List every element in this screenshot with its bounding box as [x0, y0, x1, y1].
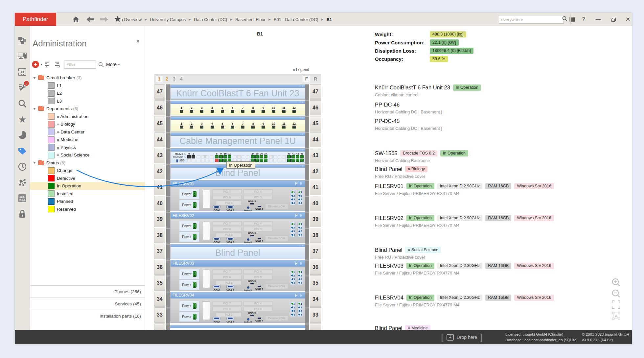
nic-port[interactable]: 2 — [298, 306, 302, 309]
patch-port[interactable]: 9 — [261, 106, 265, 113]
detail-item[interactable]: PP-DC-45Horizontal Cabling DC | Basement… — [375, 118, 572, 131]
lock-icon[interactable] — [15, 207, 30, 221]
patch-port[interactable]: 12 — [292, 106, 296, 113]
rack-view-tab-4[interactable]: 4 — [178, 76, 185, 82]
switch-port[interactable] — [187, 159, 191, 162]
patch-port[interactable]: 1 — [179, 122, 184, 129]
rack-view-tab-2[interactable]: 2 — [164, 76, 170, 82]
tree-item--physics[interactable]: » Physics — [30, 144, 145, 152]
pci-slot[interactable]: PCI 3 — [243, 195, 272, 200]
switch-port[interactable] — [233, 155, 237, 158]
pci-slot[interactable]: PCI 4 — [243, 189, 272, 194]
switch-port[interactable] — [237, 155, 241, 158]
rack-unit-FILESRV03[interactable]: FILESRV03FRPowerPowerPCI 7PCI 4PCI 6PCI … — [170, 260, 305, 291]
tree-item-planned[interactable]: Planned — [30, 198, 145, 205]
topology-icon[interactable] — [15, 33, 30, 48]
pci-slot[interactable]: PCI 7 — [213, 189, 242, 194]
rack-unit-ghost[interactable]: F RBlind Panel — [170, 244, 305, 259]
switch-port[interactable] — [278, 159, 281, 162]
history-icon[interactable] — [15, 159, 30, 174]
patch-port[interactable]: 11 — [282, 106, 286, 113]
power-supply[interactable]: Power — [179, 232, 199, 242]
power-supply[interactable]: Power — [179, 280, 199, 290]
lom-button[interactable]: DinamicLOM — [265, 284, 288, 289]
patch-port[interactable]: 2 — [189, 106, 194, 113]
pci-slot[interactable]: PCI 3 — [243, 227, 272, 231]
floorplan-icon[interactable] — [15, 65, 30, 79]
pci-slot[interactable]: PCI 7 — [213, 269, 242, 274]
lom-button[interactable]: DinamicLOM — [265, 316, 288, 321]
rack-unit-patch[interactable]: F R123456789101112 — [170, 101, 305, 116]
panel-section-header[interactable]: Services (45) — [30, 298, 145, 310]
nic-port[interactable]: 3 — [298, 310, 302, 313]
switch-port[interactable] — [223, 155, 227, 158]
nic-port[interactable]: 4 — [298, 281, 302, 284]
zoom-out-icon[interactable] — [610, 288, 622, 299]
patch-port[interactable]: 6 — [230, 106, 235, 113]
home-icon[interactable] — [71, 15, 81, 24]
switch-port[interactable] — [187, 155, 191, 158]
switch-port[interactable] — [219, 159, 223, 162]
switch-port[interactable] — [278, 155, 281, 158]
switch-port[interactable] — [192, 159, 195, 162]
tree-item-departments[interactable]: Departments(6) — [30, 105, 145, 113]
tree-item-l3[interactable]: L3 — [30, 97, 145, 105]
tools-icon[interactable]: 3 — [15, 81, 30, 95]
switch-port[interactable] — [255, 159, 259, 162]
power-supply[interactable]: Power — [179, 200, 199, 210]
power-supply[interactable]: Power — [179, 221, 199, 231]
tree-item--social-science[interactable]: » Social Science — [30, 151, 145, 159]
patch-port[interactable]: 10 — [271, 122, 276, 129]
front-view-tab[interactable]: F — [303, 76, 310, 82]
switch-port[interactable] — [215, 155, 218, 158]
search-icon[interactable] — [562, 16, 567, 23]
server-rear-label[interactable]: R — [300, 293, 303, 298]
nic-port[interactable]: 1 — [291, 191, 295, 194]
switch-port[interactable] — [300, 155, 304, 158]
add-button-group[interactable]: + ▼ — [32, 60, 43, 69]
patch-port[interactable]: 6 — [230, 122, 235, 129]
pathfinder-logo[interactable]: Pathfinder — [15, 13, 56, 26]
patch-port[interactable]: 9 — [261, 122, 265, 129]
pci-slot[interactable]: PCI 5 — [216, 201, 242, 205]
switch-port[interactable] — [197, 159, 200, 162]
nic-port[interactable]: 4 — [291, 281, 295, 284]
rack-unit-partial[interactable] — [170, 324, 305, 331]
switch-port[interactable] — [273, 159, 277, 162]
switch-port[interactable] — [296, 155, 299, 158]
pie-chart-icon[interactable] — [15, 128, 30, 142]
switch-port[interactable] — [287, 155, 291, 158]
nic-port[interactable]: 2 — [298, 194, 302, 197]
panel-section-header[interactable]: Installation parts (16) — [30, 310, 145, 322]
switch-port[interactable] — [205, 159, 209, 162]
detail-item[interactable]: FILESRV02In OperationIntel Xeon D 2.90GH… — [375, 215, 572, 228]
minimize-button[interactable]: — — [593, 15, 604, 23]
help-button[interactable]: ? — [578, 15, 589, 23]
favorite-add-icon[interactable] — [113, 15, 124, 24]
tag-icon[interactable] — [15, 144, 30, 158]
server-front-label[interactable]: F — [295, 293, 297, 298]
nic-port[interactable]: 1 — [291, 271, 295, 274]
rack-unit-FILESRV01[interactable]: FILESRV01FRPowerPowerPCI 7PCI 4PCI 6PCI … — [170, 180, 305, 211]
workstation-icon[interactable] — [15, 49, 30, 63]
tree-item-l2[interactable]: L2 — [30, 89, 145, 97]
nic-port[interactable]: 2 — [291, 274, 295, 277]
tree-item--biology[interactable]: » Biology — [30, 120, 145, 128]
switch-port[interactable] — [201, 159, 205, 162]
switch-port[interactable] — [269, 159, 273, 162]
pci-slot[interactable]: PCI 5 — [216, 232, 242, 237]
detail-item[interactable]: PP-DC-46Horizontal Cabling DC | Basement… — [375, 102, 572, 114]
expander-icon[interactable] — [33, 108, 36, 110]
collapse-all-button[interactable] — [54, 60, 61, 69]
server-front-label[interactable]: F — [295, 213, 297, 218]
nic-port[interactable]: 1 — [298, 223, 302, 226]
nic-port[interactable]: 4 — [298, 202, 302, 204]
pci-slot[interactable]: PCI 5 — [216, 312, 242, 317]
add-dropdown-caret[interactable]: ▼ — [40, 63, 43, 66]
nic-port[interactable]: 1 — [298, 271, 302, 274]
expander-icon[interactable] — [33, 77, 36, 79]
patch-port[interactable]: 5 — [220, 106, 225, 113]
rack-unit-FILESRV02[interactable]: FILESRV02FRPowerPowerPCI 7PCI 4PCI 6PCI … — [170, 212, 305, 243]
nic-port[interactable]: 3 — [291, 198, 295, 201]
detail-item[interactable]: Blind Panel» BiologyFree RU / Protective… — [375, 166, 572, 179]
